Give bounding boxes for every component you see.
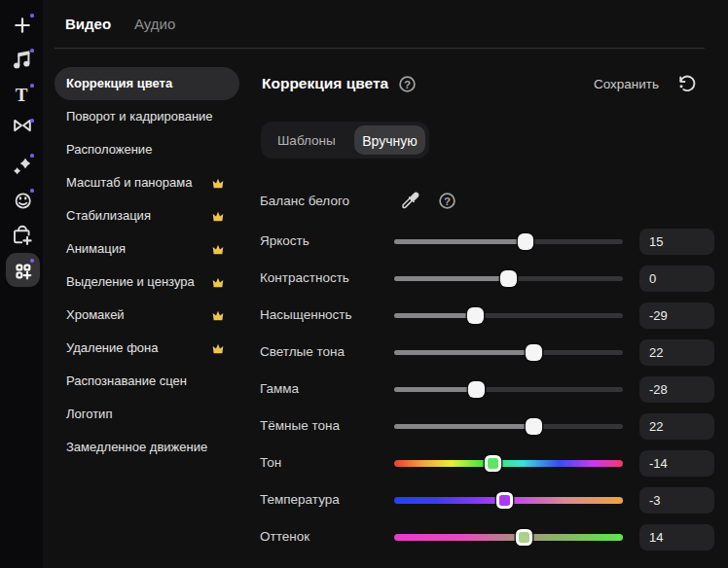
svg-text:?: ?	[404, 78, 411, 89]
svg-text:?: ?	[444, 195, 451, 207]
